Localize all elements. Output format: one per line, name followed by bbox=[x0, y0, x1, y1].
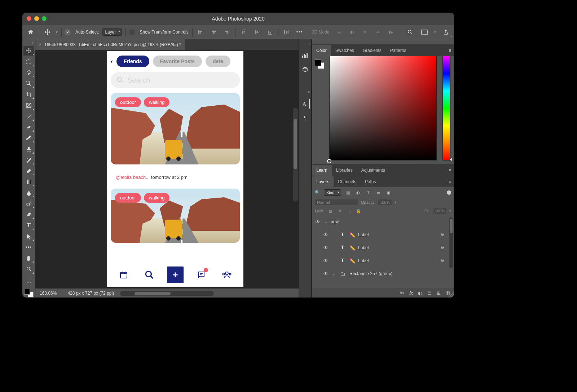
link-layers-icon[interactable]: ⚯ bbox=[400, 290, 404, 296]
filter-shape-icon[interactable]: ▭ bbox=[375, 190, 382, 195]
filter-image-icon[interactable]: ▦ bbox=[345, 190, 351, 195]
color-panel-menu-icon[interactable]: ≡ bbox=[446, 45, 454, 56]
fx-indicator[interactable]: fx bbox=[441, 246, 444, 250]
healing-tool[interactable] bbox=[23, 123, 34, 132]
layers-vscroll[interactable] bbox=[449, 217, 453, 268]
new-layer-icon[interactable]: ⊞ bbox=[437, 290, 441, 296]
align-center-h-icon[interactable] bbox=[209, 27, 219, 37]
move-tool-icon[interactable] bbox=[43, 27, 52, 37]
canvas-viewport[interactable]: ‹ Friends Favorite Posts date Search bbox=[35, 50, 299, 289]
color-picker[interactable] bbox=[312, 56, 454, 164]
stamp-tool[interactable] bbox=[23, 144, 34, 154]
pen-tool[interactable] bbox=[23, 210, 34, 219]
filter-adjust-icon[interactable]: ◐ bbox=[355, 190, 361, 195]
fx-indicator[interactable]: fx bbox=[441, 259, 444, 263]
mask-add-icon[interactable]: ◐ bbox=[418, 290, 422, 296]
tab-patterns[interactable]: Patterns bbox=[386, 45, 411, 56]
tab-swatches[interactable]: Swatches bbox=[331, 45, 358, 56]
tab-close-icon[interactable]: × bbox=[39, 42, 41, 47]
tab-add-icon bbox=[167, 267, 184, 283]
tab-paths[interactable]: Paths bbox=[361, 176, 380, 187]
twist-icon[interactable]: ⌄ bbox=[323, 220, 328, 224]
fx-add-icon[interactable]: fx bbox=[409, 290, 413, 296]
group-add-icon[interactable]: 🗀 bbox=[427, 290, 432, 296]
rail-character-icon[interactable]: A bbox=[300, 99, 310, 109]
blend-mode-select[interactable]: Normal bbox=[315, 199, 358, 205]
opacity-value[interactable]: 100% bbox=[378, 199, 391, 205]
search-icon[interactable] bbox=[405, 27, 415, 37]
tab-color[interactable]: Color bbox=[312, 45, 331, 56]
tab-libraries[interactable]: Libraries bbox=[332, 165, 357, 176]
history-brush-tool[interactable] bbox=[23, 155, 34, 165]
rail-paragraph-icon[interactable]: ¶ bbox=[300, 114, 310, 123]
filter-toggle[interactable] bbox=[447, 190, 451, 195]
resize-handle[interactable] bbox=[448, 292, 454, 298]
align-left-icon[interactable] bbox=[196, 27, 206, 37]
canvas-vscroll[interactable] bbox=[293, 108, 298, 202]
align-bottom-icon[interactable] bbox=[265, 27, 274, 37]
fg-bg-swatch[interactable] bbox=[24, 289, 34, 298]
maximize-button[interactable] bbox=[42, 16, 47, 21]
transform-checkbox[interactable] bbox=[129, 30, 135, 35]
status-zoom[interactable]: 163.06% bbox=[40, 291, 57, 296]
tab-gradients[interactable]: Gradients bbox=[358, 45, 386, 56]
align-center-v-icon[interactable] bbox=[252, 27, 261, 37]
more-tools[interactable]: ••• bbox=[23, 243, 34, 252]
path-select-tool[interactable] bbox=[23, 232, 34, 241]
dodge-tool[interactable] bbox=[23, 199, 34, 208]
filter-text-icon[interactable]: T bbox=[365, 190, 371, 195]
mid-panel-menu-icon[interactable]: ≡ bbox=[446, 165, 454, 176]
lock-artboard-icon[interactable]: ⬚ bbox=[346, 209, 352, 213]
visibility-toggle[interactable]: 👁 bbox=[315, 219, 321, 224]
move-tool[interactable] bbox=[23, 46, 34, 56]
frame-tool[interactable] bbox=[23, 101, 34, 110]
visibility-toggle[interactable]: 👁 bbox=[323, 258, 329, 263]
visibility-toggle[interactable]: 👁 bbox=[323, 271, 329, 276]
blur-tool[interactable] bbox=[23, 188, 34, 197]
tab-channels[interactable]: Channels bbox=[334, 176, 361, 187]
more-options-icon[interactable]: ••• bbox=[295, 27, 304, 37]
visibility-toggle[interactable]: 👁 bbox=[323, 245, 329, 250]
fx-indicator[interactable]: fx bbox=[441, 233, 444, 237]
gradient-tool[interactable] bbox=[23, 177, 34, 186]
crop-tool[interactable] bbox=[23, 90, 34, 99]
minimize-button[interactable] bbox=[34, 16, 39, 21]
rail-3d-icon[interactable] bbox=[300, 65, 310, 74]
lock-pixels-icon[interactable]: ▩ bbox=[327, 209, 334, 213]
distribute-icon[interactable] bbox=[282, 27, 291, 37]
document-tab[interactable]: × 1654518080933_TdiEmLcLbFcaTi0RdM0ZYn.p… bbox=[35, 39, 185, 50]
lasso-tool[interactable] bbox=[23, 68, 34, 78]
auto-select-checkbox[interactable]: ✓ bbox=[65, 30, 70, 35]
fill-label: Fill: bbox=[424, 209, 431, 213]
marquee-tool[interactable] bbox=[23, 57, 34, 66]
selection-tool[interactable] bbox=[23, 79, 34, 88]
align-right-icon[interactable] bbox=[222, 27, 232, 37]
screen-mode-icon[interactable] bbox=[420, 27, 429, 37]
hand-tool[interactable] bbox=[23, 254, 34, 263]
share-icon[interactable] bbox=[441, 27, 450, 37]
filter-smart-icon[interactable]: ▣ bbox=[385, 190, 392, 195]
type-tool[interactable]: T bbox=[23, 221, 34, 230]
visibility-toggle[interactable]: 👁 bbox=[323, 232, 329, 237]
eyedropper-tool[interactable] bbox=[23, 112, 34, 121]
align-top-icon[interactable] bbox=[239, 27, 248, 37]
layer-filter-kind[interactable]: Kind bbox=[324, 189, 341, 196]
layers-panel-menu-icon[interactable]: ≡ bbox=[446, 176, 454, 187]
layer-row: 👁 T ✏️ Label fx⌄ bbox=[312, 241, 454, 254]
tab-learn[interactable]: Learn bbox=[312, 165, 332, 176]
home-button[interactable] bbox=[26, 27, 35, 37]
tab-adjustments[interactable]: Adjustments bbox=[357, 165, 389, 176]
close-button[interactable] bbox=[27, 16, 31, 21]
lock-all-icon[interactable]: 🔒 bbox=[355, 209, 362, 213]
fill-value[interactable]: 100% bbox=[433, 208, 446, 214]
twist-icon[interactable]: ⌄ bbox=[331, 272, 336, 276]
auto-select-dropdown[interactable]: Layer bbox=[102, 28, 122, 36]
lock-position-icon[interactable]: ✥ bbox=[336, 209, 343, 213]
tab-layers[interactable]: Layers bbox=[312, 176, 334, 187]
zoom-tool[interactable] bbox=[23, 264, 34, 274]
brush-tool[interactable] bbox=[23, 133, 34, 143]
eraser-tool[interactable] bbox=[23, 166, 34, 176]
layer-tree[interactable]: 👁 ⌄ new 👁 T ✏️ Label fx⌄ 👁 bbox=[312, 215, 454, 288]
canvas-hscroll[interactable] bbox=[120, 291, 214, 296]
rail-histogram-icon[interactable] bbox=[300, 50, 310, 60]
